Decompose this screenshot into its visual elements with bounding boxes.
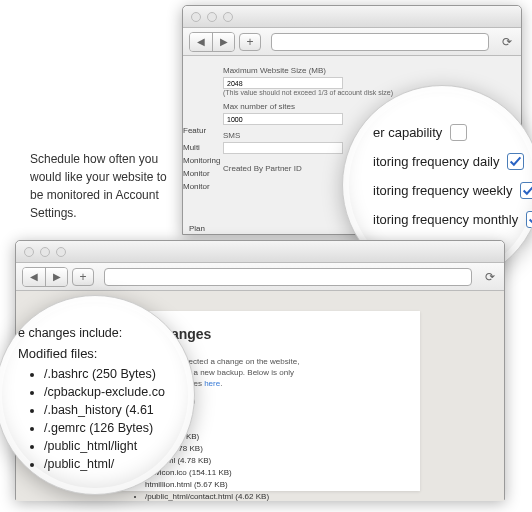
toolbar: ◀ ▶ + ⟳: [183, 28, 521, 56]
caption-text: Schedule how often you would like your w…: [30, 150, 180, 222]
titlebar: [16, 241, 504, 263]
file-item: l/favicon.ico (154.11 KB): [145, 468, 395, 477]
section-label: Featur: [183, 126, 220, 135]
section-label: Monitor: [183, 169, 220, 178]
url-bar[interactable]: [271, 33, 489, 51]
file-item: h.html (4.78 KB): [145, 444, 395, 453]
field-label: Maximum Website Size (MB): [223, 66, 481, 75]
toolbar: ◀ ▶ + ⟳: [16, 263, 504, 291]
new-tab-button[interactable]: +: [239, 33, 261, 51]
capability-label: er capability: [373, 125, 442, 140]
reload-button[interactable]: ⟳: [482, 269, 498, 285]
section-label: Plan: [189, 224, 205, 233]
reload-button[interactable]: ⟳: [499, 34, 515, 50]
section-label: Monitor: [183, 182, 220, 191]
frequency-monthly-label: itoring frequency monthly: [373, 212, 518, 227]
here-link[interactable]: here: [204, 379, 220, 388]
sms-input[interactable]: [223, 142, 343, 154]
traffic-light[interactable]: [191, 12, 201, 22]
frequency-daily-checkbox[interactable]: [507, 153, 524, 170]
frequency-weekly-label: itoring frequency weekly: [373, 183, 512, 198]
frequency-monthly-checkbox[interactable]: [526, 211, 532, 228]
new-tab-button[interactable]: +: [72, 268, 94, 286]
forward-button[interactable]: ▶: [212, 33, 234, 51]
url-bar[interactable]: [104, 268, 472, 286]
traffic-light[interactable]: [56, 247, 66, 257]
website-size-input[interactable]: [223, 77, 343, 89]
modified-file-item: /public_html/light: [44, 439, 195, 453]
modified-file-item: /.bash_history (4.61: [44, 403, 195, 417]
max-sites-input[interactable]: [223, 113, 343, 125]
changes-include-label: e changes include:: [18, 326, 195, 340]
modified-file-item: /cpbackup-exclude.co: [44, 385, 195, 399]
file-item: /public_html/contact.html (4.62 KB): [145, 492, 395, 501]
frequency-daily-label: itoring frequency daily: [373, 154, 499, 169]
modified-files-heading: Modified files:: [18, 346, 195, 361]
back-button[interactable]: ◀: [190, 33, 212, 51]
magnifier-lens: e changes include: Modified files: /.bas…: [0, 295, 195, 495]
modified-file-item: /.gemrc (126 Bytes): [44, 421, 195, 435]
file-item: nch.html (4.78 KB): [145, 456, 395, 465]
forward-button[interactable]: ▶: [45, 268, 67, 286]
capability-checkbox[interactable]: [450, 124, 467, 141]
modified-file-item: /.bashrc (250 Bytes): [44, 367, 195, 381]
section-label: Monitoring: [183, 156, 220, 165]
back-button[interactable]: ◀: [23, 268, 45, 286]
traffic-light[interactable]: [207, 12, 217, 22]
traffic-light[interactable]: [223, 12, 233, 22]
traffic-light[interactable]: [40, 247, 50, 257]
frequency-weekly-checkbox[interactable]: [520, 182, 532, 199]
file-item: htmillion.html (5.67 KB): [145, 480, 395, 489]
titlebar: [183, 6, 521, 28]
section-label: Multi: [183, 143, 220, 152]
traffic-light[interactable]: [24, 247, 34, 257]
